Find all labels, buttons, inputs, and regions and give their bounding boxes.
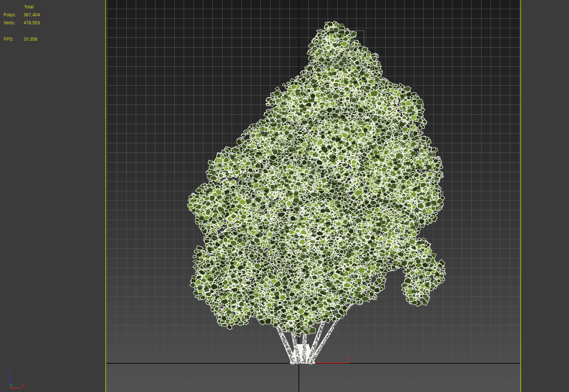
stats-total-header: Total [24, 4, 33, 9]
world-axis-gizmo-icon: Z Y X [1, 368, 28, 391]
gizmo-z-label: Z [8, 370, 11, 374]
gizmo-x-label: X [22, 384, 25, 388]
stats-verts-label: Verts: [4, 20, 15, 25]
stats-polys-label: Polys: [4, 12, 16, 17]
stats-verts-value: 478,553 [24, 20, 40, 25]
origin-x-axis-label: X [348, 356, 350, 361]
stats-overlay: Total Polys: 387,404 Verts: 478,553 FPS:… [0, 0, 105, 47]
viewport-canvas[interactable] [105, 0, 521, 392]
viewport-front[interactable]: X [105, 0, 521, 392]
gizmo-y-label: Y [10, 384, 13, 388]
stats-fps-label: FPS: [4, 37, 13, 42]
right-panel [521, 0, 569, 392]
stats-polys-value: 387,404 [24, 12, 40, 17]
left-panel: Total Polys: 387,404 Verts: 478,553 FPS:… [0, 0, 105, 392]
stats-fps-value: 20.358 [24, 37, 37, 42]
